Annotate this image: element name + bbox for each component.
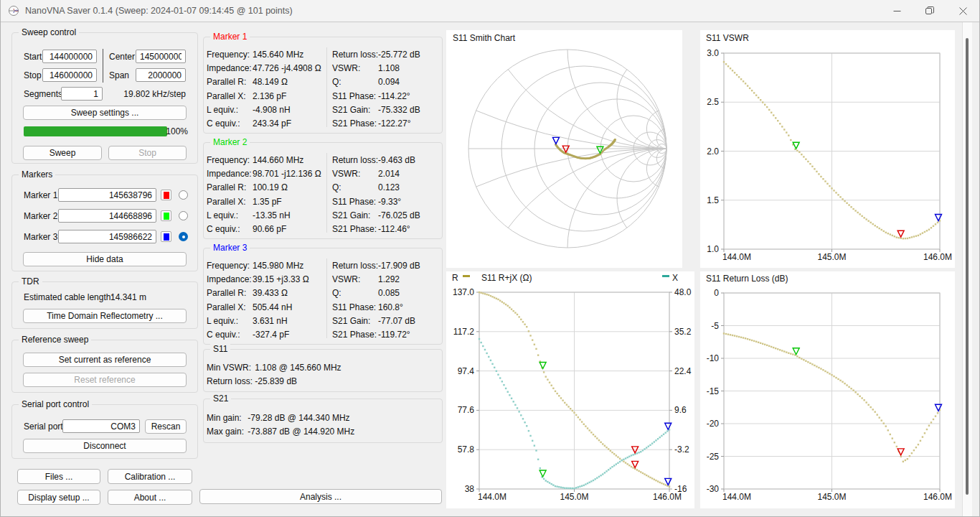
svg-text:3.0: 3.0 [707, 48, 719, 58]
svg-text:2.0: 2.0 [707, 146, 719, 157]
svg-text:22.4: 22.4 [674, 366, 692, 376]
svg-text:77.6: 77.6 [458, 405, 475, 415]
svg-text:97.4: 97.4 [458, 366, 475, 376]
svg-text:S11 VSWR: S11 VSWR [706, 33, 749, 43]
svg-text:144.0M: 144.0M [722, 252, 751, 262]
svg-text:-15: -15 [707, 386, 720, 396]
svg-text:144.0M: 144.0M [478, 492, 507, 502]
svg-text:S11 Smith Chart: S11 Smith Chart [453, 33, 516, 43]
svg-text:-3.2: -3.2 [674, 444, 689, 455]
charts-canvas[interactable]: S11 Smith Chart3.02.52.01.51.0144.0M145.… [0, 0, 980, 517]
svg-text:57.8: 57.8 [458, 444, 475, 455]
svg-text:S11 Return Loss (dB): S11 Return Loss (dB) [706, 274, 788, 284]
svg-text:137.0: 137.0 [453, 287, 474, 297]
svg-text:146.0M: 146.0M [923, 492, 952, 502]
app-window: NanoVNA Saver 0.1.4 (Sweep: 2024-01-07 0… [0, 0, 980, 517]
svg-text:-10: -10 [707, 353, 720, 363]
svg-text:146.0M: 146.0M [653, 492, 682, 502]
svg-text:35.2: 35.2 [674, 327, 692, 337]
svg-text:1.0: 1.0 [707, 244, 719, 254]
scrollbar-thumb[interactable] [966, 38, 969, 495]
svg-text:-25: -25 [707, 452, 720, 462]
svg-text:0: 0 [714, 288, 719, 298]
svg-text:144.0M: 144.0M [722, 492, 751, 502]
svg-text:R: R [452, 273, 458, 283]
svg-text:38: 38 [465, 484, 475, 494]
svg-text:1.5: 1.5 [707, 195, 719, 205]
svg-text:9.6: 9.6 [674, 405, 687, 415]
svg-text:-5: -5 [711, 321, 719, 331]
svg-text:145.0M: 145.0M [560, 492, 588, 502]
svg-text:2.5: 2.5 [707, 97, 719, 107]
svg-text:-30: -30 [707, 484, 720, 494]
svg-text:X: X [672, 273, 678, 283]
charts-scrollbar[interactable] [962, 22, 972, 516]
svg-text:-20: -20 [707, 419, 720, 429]
svg-text:146.0M: 146.0M [923, 252, 952, 262]
svg-text:117.2: 117.2 [453, 327, 474, 337]
svg-text:145.0M: 145.0M [817, 252, 846, 262]
svg-text:48.0: 48.0 [674, 287, 692, 297]
svg-text:S11 R+jX (Ω): S11 R+jX (Ω) [481, 273, 532, 283]
svg-text:145.0M: 145.0M [817, 492, 846, 502]
